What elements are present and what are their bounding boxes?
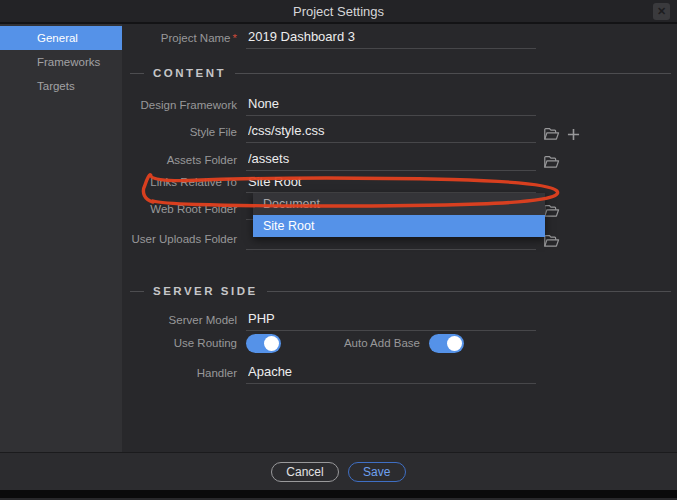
project-name-label: Project Name* [122, 32, 246, 49]
dropdown-option-site-root[interactable]: Site Root [253, 215, 545, 237]
sidebar-item-general[interactable]: General [0, 26, 122, 50]
sidebar-item-frameworks[interactable]: Frameworks [0, 50, 122, 74]
project-settings-dialog: Project Settings ✕ General Frameworks Ta… [0, 0, 677, 500]
close-icon[interactable]: ✕ [653, 3, 670, 20]
titlebar: Project Settings ✕ [0, 0, 677, 24]
project-name-row: Project Name* [122, 25, 536, 49]
server-model-row: Server Model [122, 307, 536, 331]
use-routing-label: Use Routing [122, 337, 246, 349]
links-relative-to-dropdown: Document Site Root [253, 193, 545, 237]
server-side-section-header: SERVER SIDE [130, 283, 671, 299]
handler-label: Handler [122, 367, 246, 384]
project-name-input[interactable] [248, 29, 536, 44]
open-folder-icon[interactable] [543, 126, 560, 143]
bottom-strip [0, 490, 677, 498]
links-relative-to-label: Links Relative To [122, 176, 246, 193]
design-framework-row: Design Framework [122, 92, 536, 116]
style-file-label: Style File [122, 126, 246, 143]
sidebar: General Frameworks Targets [0, 24, 122, 452]
dialog-footer: Cancel Save [0, 452, 677, 490]
save-button[interactable]: Save [348, 462, 406, 482]
design-framework-label: Design Framework [122, 99, 246, 116]
style-file-input[interactable] [248, 123, 536, 138]
server-model-input[interactable] [248, 311, 536, 326]
links-relative-to-row: Links Relative To Site Root [122, 169, 536, 193]
open-folder-icon[interactable] [543, 154, 560, 171]
sidebar-item-targets[interactable]: Targets [0, 74, 122, 98]
links-relative-to-select[interactable]: Site Root [246, 174, 536, 193]
auto-add-base-toggle[interactable] [429, 334, 464, 353]
plus-icon[interactable] [567, 128, 580, 143]
settings-form: Project Name* CONTENT Design Framework S… [122, 24, 677, 452]
handler-input[interactable] [248, 364, 536, 379]
dropdown-option-document[interactable]: Document [253, 193, 545, 215]
open-folder-icon[interactable] [543, 233, 560, 250]
dialog-title: Project Settings [293, 4, 384, 19]
handler-row: Handler [122, 360, 536, 384]
design-framework-input[interactable] [248, 96, 536, 111]
required-asterisk: * [233, 32, 237, 44]
cancel-button[interactable]: Cancel [271, 462, 338, 482]
user-uploads-folder-label: User Uploads Folder [122, 233, 246, 250]
assets-folder-input[interactable] [248, 151, 536, 166]
server-model-label: Server Model [122, 314, 246, 331]
content-section-header: CONTENT [130, 65, 671, 81]
open-folder-icon[interactable] [543, 203, 560, 220]
routing-row: Use Routing Auto Add Base [122, 332, 464, 354]
style-file-row: Style File [122, 119, 580, 143]
assets-folder-row: Assets Folder [122, 147, 560, 171]
use-routing-toggle[interactable] [246, 334, 281, 353]
auto-add-base-label: Auto Add Base [281, 337, 429, 349]
web-root-folder-label: Web Root Folder [122, 203, 246, 220]
